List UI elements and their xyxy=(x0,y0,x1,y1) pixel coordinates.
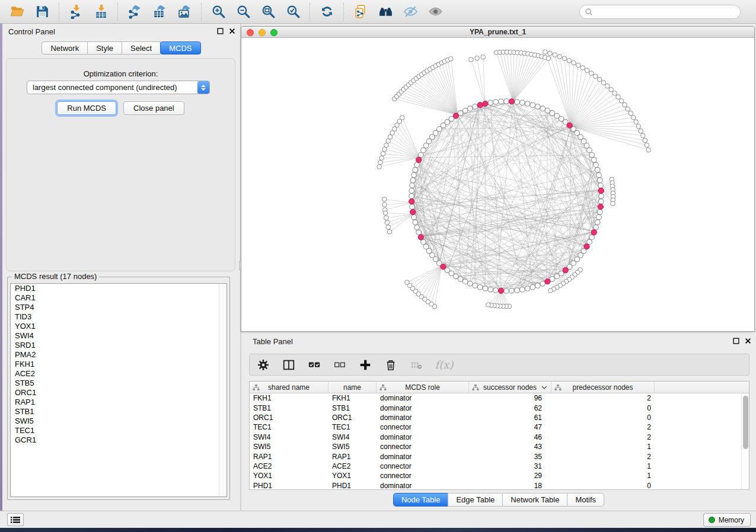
ring-node[interactable] xyxy=(409,188,414,194)
mcds-hub-node[interactable] xyxy=(598,188,604,193)
leaf-node[interactable] xyxy=(605,84,610,88)
mcds-hub-node[interactable] xyxy=(477,102,483,108)
leaf-node[interactable] xyxy=(634,120,639,124)
deselect-all-icon[interactable] xyxy=(332,357,347,373)
ring-node[interactable] xyxy=(410,204,415,210)
ring-node[interactable] xyxy=(423,244,429,249)
cell-successor_nodes[interactable]: 43 xyxy=(469,443,551,451)
leaf-node[interactable] xyxy=(613,91,617,96)
mcds-hub-node[interactable] xyxy=(483,101,488,106)
leaf-node[interactable] xyxy=(378,160,383,165)
ring-node[interactable] xyxy=(419,152,424,158)
zoom-selected-icon[interactable] xyxy=(280,2,305,22)
leaf-node[interactable] xyxy=(383,211,388,216)
gear-icon[interactable] xyxy=(256,357,271,373)
ring-node[interactable] xyxy=(594,225,599,230)
result-item[interactable]: STP4 xyxy=(11,303,227,312)
cell-name[interactable]: ACE2 xyxy=(328,462,377,470)
ring-node[interactable] xyxy=(409,194,414,199)
tab-network[interactable]: Network xyxy=(42,41,88,55)
leaf-node[interactable] xyxy=(543,50,547,55)
ring-node[interactable] xyxy=(584,143,589,149)
result-item[interactable]: ACE2 xyxy=(11,369,227,379)
close-panel-button[interactable]: Close panel xyxy=(123,101,184,115)
ring-node[interactable] xyxy=(554,113,560,118)
leaf-node[interactable] xyxy=(626,107,630,111)
cell-successor_nodes[interactable]: 62 xyxy=(469,404,551,412)
import-table-icon[interactable] xyxy=(88,2,113,22)
column-header-predecessor-nodes[interactable]: predecessor nodes xyxy=(551,382,655,393)
tab-mcds[interactable]: MCDS xyxy=(160,41,200,55)
ring-node[interactable] xyxy=(554,274,560,279)
cell-predecessor_nodes[interactable]: 0 xyxy=(551,482,655,490)
ring-node[interactable] xyxy=(458,277,463,282)
cell-name[interactable]: ORC1 xyxy=(328,414,377,422)
cell-name[interactable]: FKH1 xyxy=(328,394,377,402)
cell-name[interactable]: STB1 xyxy=(328,404,377,412)
leaf-node[interactable] xyxy=(589,71,594,76)
ring-node[interactable] xyxy=(596,172,602,178)
ring-node[interactable] xyxy=(416,230,422,235)
cell-mcds_role[interactable]: dominator xyxy=(377,394,469,402)
cell-name[interactable]: YOX1 xyxy=(328,472,377,480)
mcds-hub-node[interactable] xyxy=(584,244,589,249)
mcds-hub-node[interactable] xyxy=(509,99,514,104)
leaf-node[interactable] xyxy=(475,56,480,60)
cell-shared_name[interactable]: RAP1 xyxy=(250,453,328,461)
leaf-node[interactable] xyxy=(386,139,391,143)
cell-successor_nodes[interactable]: 29 xyxy=(469,472,551,480)
leaf-node[interactable] xyxy=(616,95,621,100)
cell-name[interactable]: RAP1 xyxy=(328,453,377,461)
table-row[interactable]: PHD1PHD1dominator180 xyxy=(250,481,749,490)
leaf-node[interactable] xyxy=(567,58,572,63)
ring-node[interactable] xyxy=(589,235,595,240)
ring-node[interactable] xyxy=(493,100,499,105)
mcds-hub-node[interactable] xyxy=(563,267,568,273)
result-item[interactable]: GCR1 xyxy=(11,435,227,445)
ring-node[interactable] xyxy=(530,284,535,290)
ring-node[interactable] xyxy=(412,172,417,178)
ring-node[interactable] xyxy=(520,100,525,105)
ring-node[interactable] xyxy=(530,102,535,108)
result-list-scrollbar[interactable] xyxy=(219,284,227,496)
table-row[interactable]: FKH1FKH1dominator962 xyxy=(250,393,749,403)
result-item[interactable]: TEC1 xyxy=(11,426,227,435)
cell-shared_name[interactable]: SWI5 xyxy=(250,443,328,451)
cell-successor_nodes[interactable]: 31 xyxy=(469,462,551,470)
leaf-node[interactable] xyxy=(385,220,390,225)
ring-node[interactable] xyxy=(413,167,418,172)
cell-predecessor_nodes[interactable]: 2 xyxy=(551,433,655,441)
network-view-canvas[interactable] xyxy=(241,38,754,331)
leaf-node[interactable] xyxy=(449,56,454,61)
table-scrollbar[interactable] xyxy=(741,393,749,489)
leaf-node[interactable] xyxy=(601,81,606,85)
mcds-hub-node[interactable] xyxy=(498,288,503,293)
cell-shared_name[interactable]: ACE2 xyxy=(250,462,328,470)
search-input[interactable] xyxy=(596,8,735,16)
ring-node[interactable] xyxy=(540,281,546,287)
mcds-hub-node[interactable] xyxy=(567,123,572,128)
ring-node[interactable] xyxy=(520,287,525,292)
ring-node[interactable] xyxy=(589,152,595,158)
ring-node[interactable] xyxy=(525,101,530,107)
search-box[interactable] xyxy=(579,5,741,19)
ring-node[interactable] xyxy=(504,99,509,104)
table-scrollbar-thumb[interactable] xyxy=(743,396,748,449)
open-folder-icon[interactable] xyxy=(5,2,30,22)
cell-mcds_role[interactable]: connector xyxy=(377,423,469,431)
table-row[interactable]: TEC1TEC1connector472 xyxy=(250,422,749,432)
cell-predecessor_nodes[interactable]: 0 xyxy=(551,404,655,412)
result-item[interactable]: SRD1 xyxy=(11,341,227,350)
cell-name[interactable]: TEC1 xyxy=(328,423,377,431)
leaf-node[interactable] xyxy=(469,57,474,62)
cell-predecessor_nodes[interactable]: 2 xyxy=(551,453,655,461)
task-history-button[interactable] xyxy=(7,513,24,526)
cell-predecessor_nodes[interactable]: 2 xyxy=(551,423,655,431)
ring-node[interactable] xyxy=(483,286,488,291)
cell-name[interactable]: SWI4 xyxy=(328,433,377,441)
cell-successor_nodes[interactable]: 35 xyxy=(469,453,551,461)
cell-shared_name[interactable]: ORC1 xyxy=(250,414,328,422)
cell-mcds_role[interactable]: dominator xyxy=(377,482,469,490)
result-item[interactable]: SWI5 xyxy=(11,416,227,426)
tab-network-table[interactable]: Network Table xyxy=(502,493,567,507)
